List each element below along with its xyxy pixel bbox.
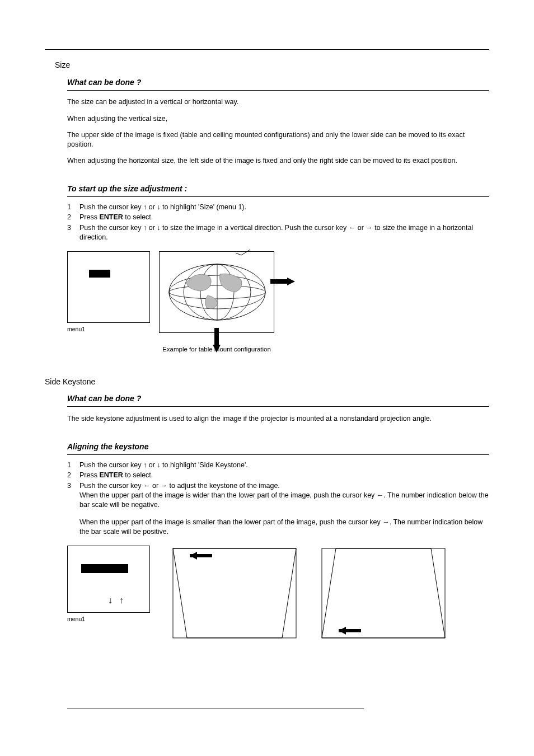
body-text: When adjusting the vertical size, [67,114,489,124]
step-num: 1 [67,203,79,212]
section-keystone-heading: Side Keystone [45,377,489,387]
menu-box [67,251,150,323]
step-text: Push the cursor key ↑ or ↓ to size the i… [79,223,489,242]
svg-marker-9 [190,552,197,560]
body-text: The upper side of the image is fixed (ta… [67,130,489,149]
arrow-left-icon: ← [377,491,384,500]
text-frag: Press [79,213,99,221]
figure-globe: Example for table mount configuration [159,251,274,354]
arrow-left-icon: ← [143,481,151,491]
arrow-down-icon: ↓ [108,594,113,607]
step-row: 1 Push the cursor key ↑ or ↓ to highligh… [67,203,489,212]
figure-caption: menu1 [67,615,150,623]
text-frag: When the upper part of the image is wide… [79,491,377,499]
arrow-left-icon: ← [349,223,356,233]
rule [67,90,489,91]
svg-marker-7 [173,548,296,638]
rule [67,196,489,197]
arrow-right-icon: → [382,518,390,527]
step-num: 3 [67,481,79,510]
step-num: 2 [67,471,79,480]
text-frag: to highlight 'Side Keystone'. [161,461,248,469]
text-frag: to adjust the keystone of the image. [167,482,280,490]
sub-start-size-adjust: To start up the size adjustment : [67,184,489,194]
tick-icon [235,248,251,256]
step-text: Press ENTER to select. [79,471,489,480]
text-frag: Push the cursor key [79,461,143,469]
step-num: 3 [67,223,79,242]
arrow-right-icon [270,279,287,284]
text-frag: to select. [123,213,153,221]
step-row: 3 Push the cursor key ← or → to adjust t… [67,481,489,510]
svg-rect-10 [322,548,445,638]
keystone-narrow-top-icon [319,546,448,641]
text-frag: or [147,203,157,211]
step-row: 2 Press ENTER to select. [67,213,489,222]
svg-marker-13 [339,627,346,635]
keystone-steps-list: 1 Push the cursor key ↑ or ↓ to highligh… [67,461,489,510]
arrow-up-icon: ↑ [119,594,124,607]
step-text: Press ENTER to select. [79,213,489,222]
menu-highlight [89,270,110,278]
top-border [45,49,489,50]
figure-menu1-ks: ↓ ↑ menu1 [67,546,150,623]
body-text: When adjusting the horizontal size, the … [67,156,489,166]
section-size-heading: Size [55,60,489,71]
step-text: Push the cursor key ↑ or ↓ to highlight … [79,461,489,470]
text-frag: to size the image in a vertical directio… [161,224,349,232]
arrow-right-icon: → [366,223,373,233]
step-row: 3 Push the cursor key ↑ or ↓ to size the… [67,223,489,242]
enter-key: ENTER [99,213,123,221]
footer-rule [67,708,364,708]
enter-key: ENTER [99,471,123,479]
figure-menu1: menu1 [67,251,150,333]
body-text: The side keystone adjustment is used to … [67,414,489,424]
menu-box: ↓ ↑ [67,546,150,613]
sub-what-can-be-done-1: What can be done ? [67,77,489,88]
svg-rect-6 [173,548,296,638]
text-frag: Push the cursor key [79,224,143,232]
text-frag: to select. [123,471,153,479]
svg-marker-11 [322,548,445,638]
keystone-wide-top-icon [170,546,299,641]
menu-highlight [81,564,128,573]
arrow-right-icon: → [161,481,168,491]
text-frag: Push the cursor key [79,482,143,490]
body-text: When the upper part of the image is smal… [79,518,489,537]
globe-box [159,251,274,333]
globe-icon [164,257,270,327]
step-num: 1 [67,461,79,470]
rule [67,454,489,455]
text-frag: Push the cursor key [79,203,143,211]
text-frag: or [147,461,157,469]
arrow-down-icon [214,328,219,345]
figure-caption: menu1 [67,325,150,333]
sub-what-can-be-done-2: What can be done ? [67,393,489,404]
text-frag: to highlight 'Size' (menu 1). [161,203,246,211]
body-text: The size can be adjusted in a vertical o… [67,97,489,107]
text-frag: Press [79,471,99,479]
size-steps-list: 1 Push the cursor key ↑ or ↓ to highligh… [67,203,489,243]
step-text: Push the cursor key ← or → to adjust the… [79,481,489,510]
rule [67,406,489,407]
step-row: 1 Push the cursor key ↑ or ↓ to highligh… [67,461,489,470]
step-row: 2 Press ENTER to select. [67,471,489,480]
text-frag: When the upper part of the image is smal… [79,518,382,526]
text-frag: or [355,224,366,232]
sub-aligning-keystone: Aligning the keystone [67,442,489,452]
step-num: 2 [67,213,79,222]
step-text: Push the cursor key ↑ or ↓ to highlight … [79,203,489,212]
text-frag: or [150,482,160,490]
text-frag: or [147,224,157,232]
